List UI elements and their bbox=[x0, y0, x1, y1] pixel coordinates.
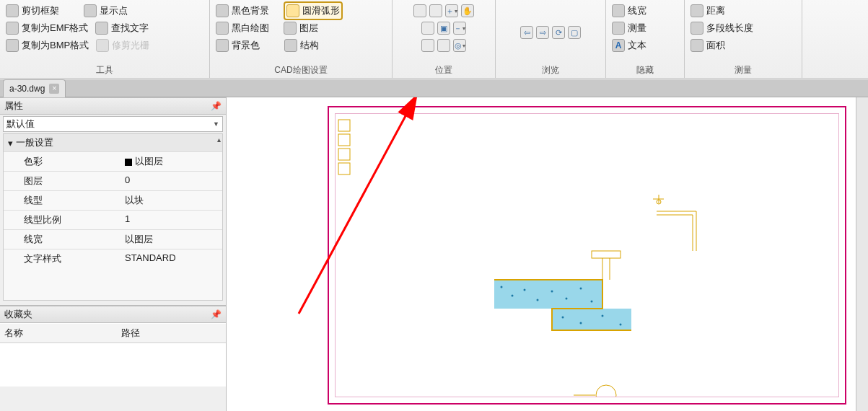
pos-extent-icon[interactable]: ▣ bbox=[437, 22, 450, 35]
svg-point-10 bbox=[537, 299, 539, 301]
pos-icon-2[interactable] bbox=[429, 4, 442, 17]
file-tab[interactable]: a-30.dwg × bbox=[3, 79, 66, 97]
prop-value[interactable]: 以图层 bbox=[120, 152, 222, 171]
trim-raster-icon bbox=[96, 39, 109, 52]
nav-back-icon[interactable]: ⇦ bbox=[520, 26, 533, 39]
ribbon-group-browse: ⇦ ⇨ ⟳ ▢ 浏览 bbox=[496, 0, 606, 78]
property-row-layer[interactable]: 图层 0 bbox=[4, 171, 222, 190]
svg-point-8 bbox=[512, 295, 514, 297]
close-icon[interactable]: × bbox=[49, 84, 59, 94]
area-button[interactable]: 面积 bbox=[689, 37, 797, 54]
show-points-icon bbox=[84, 4, 97, 17]
copy-emf-button[interactable]: 复制为EMF格式 bbox=[4, 19, 89, 37]
svg-point-20 bbox=[596, 385, 616, 397]
find-text-button[interactable]: 查找文字 bbox=[94, 19, 150, 37]
drawing-paper bbox=[335, 113, 839, 397]
black-bg-icon bbox=[216, 4, 229, 17]
panel-title-text: 收藏夹 bbox=[4, 308, 32, 321]
layers-icon bbox=[284, 22, 297, 35]
bg-color-icon bbox=[216, 39, 229, 52]
pin-icon[interactable]: 📌 bbox=[211, 309, 222, 319]
group-label: 浏览 bbox=[500, 63, 601, 76]
svg-point-13 bbox=[580, 288, 582, 290]
zoom-in-dropdown[interactable]: ＋ bbox=[445, 4, 458, 17]
pos-icon-9[interactable] bbox=[437, 39, 450, 52]
linewidth-button[interactable]: 线宽 bbox=[610, 2, 680, 19]
cad-drawing-preview bbox=[336, 114, 838, 397]
group-label: 工具 bbox=[4, 63, 205, 76]
pos-icon-8[interactable] bbox=[421, 39, 434, 52]
prop-key: 线型比例 bbox=[4, 211, 120, 229]
distance-button[interactable]: 距离 bbox=[689, 2, 797, 19]
svg-point-16 bbox=[580, 322, 582, 324]
btn-label: 复制为BMP格式 bbox=[22, 39, 89, 52]
polyline-length-button[interactable]: 多段线长度 bbox=[689, 19, 797, 37]
btn-label: 图层 bbox=[299, 22, 318, 35]
prop-value[interactable]: 以块 bbox=[120, 191, 222, 210]
panel-title-text: 属性 bbox=[4, 100, 23, 112]
ribbon-group-tools: 剪切框架 显示点 复制为EMF格式 查找文字 bbox=[0, 0, 210, 78]
property-row-linetype[interactable]: 线型 以块 bbox=[4, 190, 222, 210]
ribbon: 剪切框架 显示点 复制为EMF格式 查找文字 bbox=[0, 0, 868, 79]
prop-value[interactable]: 0 bbox=[120, 172, 222, 190]
nav-refresh-icon[interactable]: ⟳ bbox=[552, 26, 565, 39]
smooth-arc-icon bbox=[286, 4, 299, 17]
btn-label: 圆滑弧形 bbox=[302, 4, 340, 17]
show-points-button[interactable]: 显示点 bbox=[82, 2, 129, 19]
scroll-up-icon[interactable]: ▴ bbox=[217, 136, 221, 143]
bg-color-button[interactable]: 背景色 bbox=[214, 37, 261, 54]
svg-rect-5 bbox=[494, 280, 602, 309]
drawing-paper-frame bbox=[328, 106, 846, 405]
copy-bmp-button[interactable]: 复制为BMP格式 bbox=[4, 37, 90, 54]
property-row-color[interactable]: 色彩 以图层 bbox=[4, 151, 222, 171]
structure-button[interactable]: 结构 bbox=[283, 37, 320, 54]
nav-forward-icon[interactable]: ⇨ bbox=[536, 26, 549, 39]
zoom-out-dropdown[interactable]: － bbox=[453, 22, 466, 35]
zoom-reset-dropdown[interactable]: ◎ bbox=[453, 39, 466, 52]
file-tab-label: a-30.dwg bbox=[9, 84, 45, 94]
btn-label: 结构 bbox=[300, 39, 319, 52]
copy-emf-icon bbox=[6, 22, 19, 35]
cut-frame-button[interactable]: 剪切框架 bbox=[4, 2, 61, 19]
pan-icon[interactable]: ✋ bbox=[461, 4, 474, 17]
svg-rect-1 bbox=[338, 134, 350, 146]
ribbon-group-position: ＋ ✋ ▣ － ◎ 位置 bbox=[393, 0, 496, 78]
vertical-scrollbar[interactable] bbox=[856, 97, 868, 411]
favorites-columns: 名称 路径 bbox=[0, 323, 226, 343]
property-section-general[interactable]: ▾ 一般设置 bbox=[4, 134, 222, 151]
properties-combo[interactable]: 默认值 ▼ bbox=[3, 116, 223, 132]
combo-value: 默认值 bbox=[6, 118, 35, 131]
prop-key: 线型 bbox=[4, 191, 120, 210]
ribbon-group-hide: 线宽 测量 A 文本 隐藏 bbox=[606, 0, 685, 78]
favorites-col-path[interactable]: 路径 bbox=[117, 324, 144, 342]
trim-raster-button[interactable]: 修剪光栅 bbox=[95, 37, 151, 54]
pin-icon[interactable]: 📌 bbox=[211, 101, 222, 111]
distance-icon bbox=[691, 4, 703, 17]
color-swatch-icon bbox=[125, 159, 132, 166]
drawing-canvas[interactable] bbox=[227, 97, 868, 411]
nav-home-icon[interactable]: ▢ bbox=[568, 26, 581, 39]
properties-panel-title[interactable]: 属性 📌 bbox=[0, 97, 226, 115]
black-bg-button[interactable]: 黑色背景 bbox=[214, 2, 271, 19]
prop-value[interactable]: 以图层 bbox=[120, 230, 222, 249]
ribbon-group-cad-settings: 黑色背景 圆滑弧形 黑白绘图 bbox=[210, 0, 393, 78]
favorites-panel-title[interactable]: 收藏夹 📌 bbox=[0, 306, 226, 323]
measure-toggle-button[interactable]: 测量 bbox=[610, 19, 680, 37]
bw-draw-button[interactable]: 黑白绘图 bbox=[214, 19, 271, 37]
pos-icon-1[interactable] bbox=[413, 4, 426, 17]
svg-rect-2 bbox=[338, 149, 350, 160]
cut-frame-icon bbox=[6, 4, 19, 17]
property-row-textstyle[interactable]: 文字样式 STANDARD bbox=[4, 249, 222, 268]
favorites-col-name[interactable]: 名称 bbox=[0, 324, 117, 342]
pos-icon-5[interactable] bbox=[421, 22, 434, 35]
property-grid: ▴ ▾ 一般设置 色彩 以图层 图层 0 线型 以块 线型比例 1 bbox=[3, 133, 223, 301]
smooth-arc-button[interactable]: 圆滑弧形 bbox=[282, 2, 344, 19]
property-row-ltscale[interactable]: 线型比例 1 bbox=[4, 210, 222, 229]
file-tab-strip: a-30.dwg × bbox=[0, 79, 868, 97]
prop-value[interactable]: STANDARD bbox=[120, 249, 222, 268]
section-label: 一般设置 bbox=[16, 136, 53, 149]
property-row-lineweight[interactable]: 线宽 以图层 bbox=[4, 229, 222, 249]
prop-value[interactable]: 1 bbox=[120, 211, 222, 229]
layers-button[interactable]: 图层 bbox=[282, 19, 320, 37]
text-toggle-button[interactable]: A 文本 bbox=[610, 37, 680, 54]
